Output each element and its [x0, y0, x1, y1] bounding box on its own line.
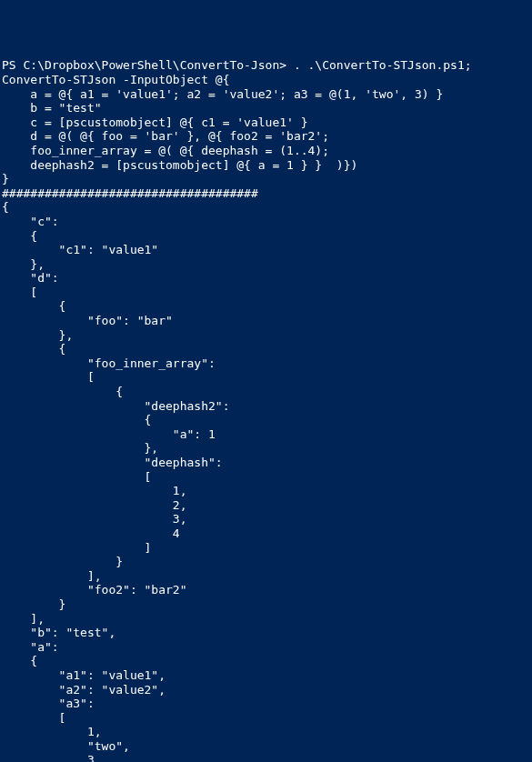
powershell-console[interactable]: PS C:\Dropbox\PowerShell\ConvertTo-Json>… — [2, 58, 530, 762]
